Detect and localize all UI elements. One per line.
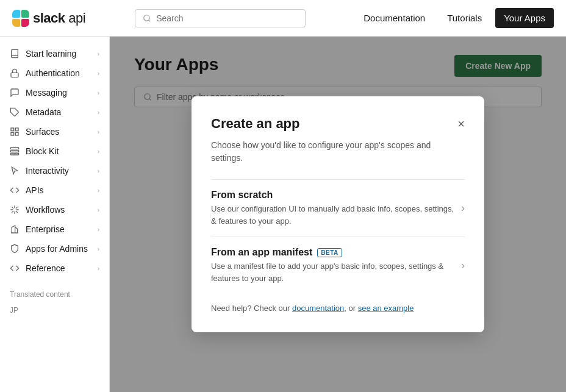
sidebar-item-apis[interactable]: APIs › (0, 180, 109, 200)
sidebar-label-reference: Reference (26, 263, 65, 273)
sidebar-item-interactivity[interactable]: Interactivity › (0, 161, 109, 180)
nav-tutorials[interactable]: Tutorials (439, 8, 490, 28)
chevron-messaging-icon: › (98, 90, 99, 96)
sidebar-label-enterprise: Enterprise (26, 224, 65, 234)
from-scratch-option[interactable]: From scratch Use our configuration UI to… (211, 179, 465, 237)
lock-icon (10, 68, 20, 78)
svg-rect-10 (10, 153, 18, 155)
sidebar-item-surfaces[interactable]: Surfaces › (0, 122, 109, 141)
user-badge: JP (0, 304, 109, 317)
svg-rect-2 (11, 73, 18, 77)
chevron-workflows-icon: › (98, 207, 99, 213)
tag-icon (10, 107, 20, 117)
sidebar-label-surfaces: Surfaces (26, 127, 59, 137)
blocks-icon (10, 146, 20, 156)
svg-rect-9 (10, 151, 18, 152)
sidebar-label-start-learning: Start learning (26, 49, 76, 59)
beta-badge: BETA (317, 248, 342, 257)
code-icon (10, 263, 20, 273)
logo-text: slack api (33, 10, 85, 26)
nav-links: Documentation Tutorials Your Apps (355, 8, 554, 28)
modal-header: Create an app × (211, 116, 465, 132)
chevron-authentication-icon: › (98, 70, 99, 77)
header: slack api Documentation Tutorials Your A… (0, 0, 566, 37)
grid-icon (10, 127, 20, 137)
documentation-link[interactable]: documentation (292, 304, 344, 313)
flow-icon (10, 205, 20, 215)
from-manifest-option[interactable]: From an app manifest BETA Use a manifest… (211, 237, 465, 294)
search-bar[interactable] (135, 9, 306, 27)
sidebar-item-metadata[interactable]: Metadata › (0, 102, 109, 122)
sidebar-item-authentication[interactable]: Authentication › (0, 63, 109, 83)
chevron-apps-for-admins-icon: › (98, 246, 99, 252)
from-scratch-desc: Use our configuration UI to manually add… (211, 203, 461, 227)
sidebar-item-reference[interactable]: Reference › (0, 258, 109, 278)
from-manifest-content: From an app manifest BETA Use a manifest… (211, 247, 461, 284)
from-manifest-chevron-icon: › (461, 259, 465, 272)
svg-point-0 (144, 15, 149, 20)
svg-rect-5 (15, 128, 18, 131)
chevron-apis-icon: › (98, 187, 99, 194)
modal-title: Create an app (211, 116, 300, 132)
sidebar-label-block-kit: Block Kit (26, 146, 59, 156)
sidebar-label-messaging: Messaging (26, 88, 67, 98)
translated-content-label: Translated content (0, 278, 109, 304)
chevron-enterprise-icon: › (98, 226, 99, 233)
slack-logo-icon (12, 10, 29, 27)
chevron-block-kit-icon: › (98, 148, 99, 155)
modal-footer: Need help? Check our documentation, or s… (211, 304, 465, 313)
logo[interactable]: slack api (12, 10, 85, 27)
sidebar-label-interactivity: Interactivity (26, 166, 69, 176)
sidebar-item-apps-for-admins[interactable]: Apps for Admins › (0, 239, 109, 258)
layout: Start learning › Authentication › Messag… (0, 37, 566, 392)
from-manifest-title: From an app manifest BETA (211, 247, 461, 258)
svg-rect-6 (11, 132, 14, 135)
chevron-start-learning-icon: › (98, 51, 99, 57)
chevron-surfaces-icon: › (98, 129, 99, 135)
svg-rect-7 (15, 132, 18, 135)
chevron-reference-icon: › (98, 265, 99, 272)
sidebar-label-authentication: Authentication (26, 68, 80, 78)
nav-documentation[interactable]: Documentation (355, 8, 434, 28)
sidebar-item-workflows[interactable]: Workflows › (0, 200, 109, 219)
svg-rect-4 (11, 128, 14, 131)
from-scratch-content: From scratch Use our configuration UI to… (211, 190, 461, 227)
svg-line-1 (149, 20, 151, 21)
from-manifest-desc: Use a manifest file to add your app's ba… (211, 260, 461, 284)
sidebar-label-apis: APIs (26, 185, 44, 195)
shield-icon (10, 244, 20, 254)
search-icon (143, 14, 151, 23)
modal-overlay: Create an app × Choose how you'd like to… (110, 37, 566, 392)
svg-rect-8 (10, 148, 18, 149)
book-icon (10, 49, 20, 59)
sidebar-label-apps-for-admins: Apps for Admins (26, 244, 88, 254)
from-scratch-title: From scratch (211, 190, 461, 201)
chevron-interactivity-icon: › (98, 168, 99, 174)
api-icon (10, 185, 20, 195)
sidebar-label-metadata: Metadata (26, 107, 61, 117)
sidebar-item-start-learning[interactable]: Start learning › (0, 44, 109, 63)
chat-icon (10, 88, 20, 98)
from-scratch-chevron-icon: › (461, 202, 465, 215)
search-input[interactable] (156, 13, 298, 23)
modal-description: Choose how you'd like to configure your … (211, 139, 465, 165)
modal-close-button[interactable]: × (457, 117, 465, 131)
sidebar-item-messaging[interactable]: Messaging › (0, 83, 109, 102)
nav-your-apps[interactable]: Your Apps (495, 8, 554, 28)
see-example-link[interactable]: see an example (358, 304, 414, 313)
chevron-metadata-icon: › (98, 109, 99, 116)
building-icon (10, 224, 20, 234)
main-content: Your Apps Create New App Create an app ×… (110, 37, 566, 392)
sidebar-label-workflows: Workflows (26, 205, 65, 215)
sidebar-item-block-kit[interactable]: Block Kit › (0, 141, 109, 161)
cursor-icon (10, 166, 20, 176)
sidebar-item-enterprise[interactable]: Enterprise › (0, 219, 109, 239)
create-app-modal: Create an app × Choose how you'd like to… (192, 96, 484, 332)
sidebar: Start learning › Authentication › Messag… (0, 37, 110, 392)
